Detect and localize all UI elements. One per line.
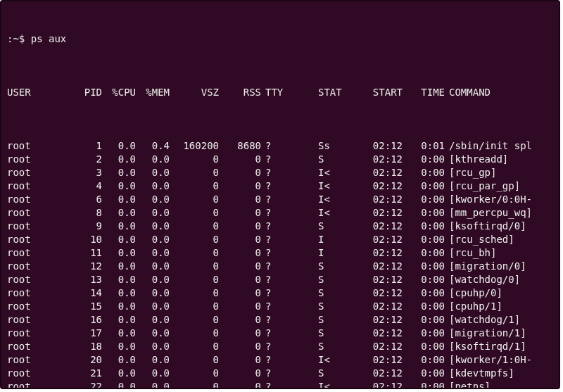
cell-tty: ? — [261, 380, 297, 389]
cell-stat: I — [297, 233, 360, 246]
cell-vsz: 0 — [170, 353, 219, 367]
cell-user: root — [7, 206, 63, 220]
typed-command: ps aux — [31, 33, 67, 44]
cell-rss: 0 — [219, 367, 261, 380]
cell-cpu: 0.0 — [102, 353, 136, 367]
process-row: root140.00.000?S02:120:00[cpuhp/0] — [7, 286, 553, 300]
cell-pid: 8 — [63, 206, 102, 220]
process-row: root40.00.000?I<02:120:00[rcu_par_gp] — [7, 179, 553, 193]
cell-start: 02:12 — [360, 246, 403, 260]
cell-user: root — [7, 340, 63, 353]
process-row: root150.00.000?S02:120:00[cpuhp/1] — [7, 300, 553, 313]
cell-stat: S — [297, 286, 360, 300]
cell-pid: 6 — [63, 193, 102, 206]
cell-time: 0:00 — [403, 233, 445, 246]
cell-time: 0:00 — [403, 193, 445, 206]
cell-time: 0:00 — [403, 367, 445, 380]
cell-start: 02:12 — [360, 353, 403, 367]
cell-stat: I< — [297, 179, 360, 193]
cell-cpu: 0.0 — [102, 193, 136, 206]
cell-cmd: [migration/1] — [445, 327, 553, 340]
cell-rss: 0 — [219, 246, 261, 260]
cell-cpu: 0.0 — [102, 313, 136, 327]
cell-user: root — [7, 286, 63, 300]
cell-pid: 11 — [63, 246, 102, 260]
cell-pid: 13 — [63, 273, 102, 286]
cell-time: 0:00 — [403, 246, 445, 260]
cell-time: 0:00 — [403, 273, 445, 286]
cell-start: 02:12 — [360, 260, 403, 273]
cell-vsz: 0 — [170, 313, 219, 327]
cell-vsz: 0 — [170, 273, 219, 286]
process-row: root160.00.000?S02:120:00[watchdog/1] — [7, 313, 553, 327]
cell-tty: ? — [261, 260, 297, 273]
cell-cmd: [ksoftirqd/0] — [445, 220, 553, 233]
cell-time: 0:00 — [403, 327, 445, 340]
cell-pid: 12 — [63, 260, 102, 273]
cell-rss: 0 — [219, 300, 261, 313]
cell-mem: 0.4 — [136, 139, 170, 153]
cell-cmd: [watchdog/1] — [445, 313, 553, 327]
cell-stat: Ss — [297, 139, 360, 153]
cell-user: root — [7, 353, 63, 367]
cell-stat: S — [297, 220, 360, 233]
process-list: root10.00.41602008680?Ss02:120:01/sbin/i… — [7, 139, 553, 389]
cell-stat: I — [297, 246, 360, 260]
cell-start: 02:12 — [360, 327, 403, 340]
cell-start: 02:12 — [360, 380, 403, 389]
cell-stat: S — [297, 260, 360, 273]
cell-tty: ? — [261, 193, 297, 206]
process-row: root90.00.000?S02:120:00[ksoftirqd/0] — [7, 220, 553, 233]
cell-vsz: 0 — [170, 166, 219, 179]
process-row: root170.00.000?S02:120:00[migration/1] — [7, 327, 553, 340]
command-line: :~$ ps aux — [7, 32, 553, 46]
cell-cpu: 0.0 — [102, 340, 136, 353]
cell-rss: 0 — [219, 327, 261, 340]
cell-rss: 8680 — [219, 139, 261, 153]
cell-start: 02:12 — [360, 193, 403, 206]
cell-vsz: 0 — [170, 193, 219, 206]
cell-rss: 0 — [219, 353, 261, 367]
cell-rss: 0 — [219, 166, 261, 179]
process-row: root220.00.000?I<02:120:00[netns] — [7, 380, 553, 389]
cell-cmd: [kdevtmpfs] — [445, 367, 553, 380]
cell-mem: 0.0 — [136, 313, 170, 327]
cell-vsz: 0 — [170, 367, 219, 380]
cell-stat: S — [297, 327, 360, 340]
cell-cmd: [watchdog/0] — [445, 273, 553, 286]
terminal-window[interactable]: :~$ ps aux USER PID %CPU %MEM VSZ RSS TT… — [0, 0, 560, 389]
cell-cpu: 0.0 — [102, 273, 136, 286]
cell-vsz: 160200 — [170, 139, 219, 153]
cell-rss: 0 — [219, 206, 261, 220]
cell-vsz: 0 — [170, 233, 219, 246]
process-row: root10.00.41602008680?Ss02:120:01/sbin/i… — [7, 139, 553, 153]
cell-rss: 0 — [219, 179, 261, 193]
cell-tty: ? — [261, 327, 297, 340]
cell-time: 0:00 — [403, 300, 445, 313]
cell-time: 0:00 — [403, 260, 445, 273]
cell-mem: 0.0 — [136, 327, 170, 340]
header-tty: TTY — [261, 86, 297, 99]
cell-pid: 9 — [63, 220, 102, 233]
cell-stat: I< — [297, 353, 360, 367]
cell-vsz: 0 — [170, 380, 219, 389]
cell-time: 0:00 — [403, 353, 445, 367]
cell-pid: 17 — [63, 327, 102, 340]
cell-cmd: [rcu_gp] — [445, 166, 553, 179]
cell-stat: I< — [297, 166, 360, 179]
cell-rss: 0 — [219, 233, 261, 246]
cell-stat: I< — [297, 380, 360, 389]
cell-pid: 18 — [63, 340, 102, 353]
cell-user: root — [7, 166, 63, 179]
header-row: USER PID %CPU %MEM VSZ RSS TTY STAT STAR… — [7, 86, 553, 99]
process-row: root200.00.000?I<02:120:00[kworker/1:0H- — [7, 353, 553, 367]
cell-mem: 0.0 — [136, 246, 170, 260]
cell-pid: 14 — [63, 286, 102, 300]
cell-mem: 0.0 — [136, 353, 170, 367]
cell-vsz: 0 — [170, 206, 219, 220]
cell-tty: ? — [261, 139, 297, 153]
cell-vsz: 0 — [170, 179, 219, 193]
cell-start: 02:12 — [360, 233, 403, 246]
cell-time: 0:01 — [403, 139, 445, 153]
cell-user: root — [7, 193, 63, 206]
